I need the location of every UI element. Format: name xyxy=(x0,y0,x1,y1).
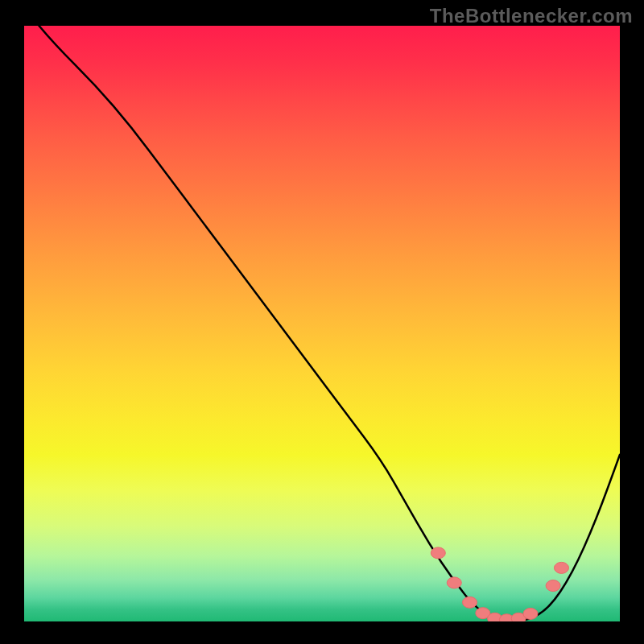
watermark-text: TheBottlenecker.com xyxy=(430,5,633,27)
plot-area xyxy=(24,26,620,621)
bottleneck-curve xyxy=(24,26,620,621)
highlight-dot xyxy=(431,547,445,559)
highlight-dot xyxy=(554,562,568,573)
highlight-dot xyxy=(463,597,477,608)
chart-container: TheBottlenecker.com xyxy=(0,0,644,644)
data-points xyxy=(431,547,568,621)
highlight-dot xyxy=(447,577,461,588)
highlight-dot xyxy=(546,580,560,592)
highlight-dot xyxy=(523,608,538,619)
curve-layer xyxy=(24,26,620,621)
